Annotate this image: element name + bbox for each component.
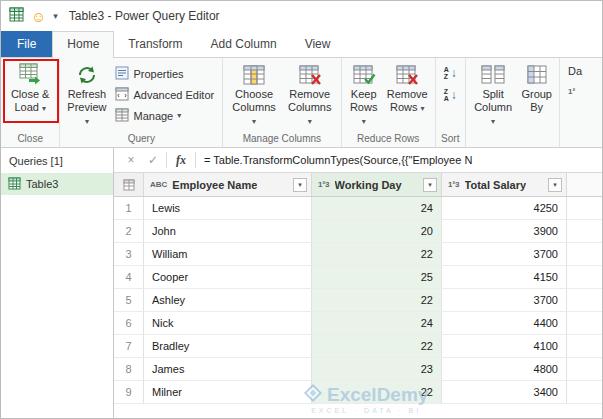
table-row: 2John203900 (114, 220, 602, 243)
row-number[interactable]: 9 (114, 381, 144, 403)
properties-button[interactable]: Properties (110, 63, 219, 84)
column-name: Total Salary (465, 179, 527, 191)
select-all-corner[interactable] (114, 173, 144, 196)
query-item-table3[interactable]: Table3 (1, 173, 113, 195)
remove-rows-button[interactable]: Remove Rows ▾ (383, 60, 432, 115)
remove-columns-icon (298, 62, 322, 88)
cell-working-day[interactable]: 22 (312, 381, 442, 403)
cell-working-day[interactable]: 24 (312, 312, 442, 334)
ribbon-group-close: Close & Load ▾ Close (1, 58, 60, 147)
keep-rows-button[interactable]: Keep Rows ▾ (345, 60, 383, 128)
cell-employee-name[interactable]: William (144, 243, 312, 265)
cell-total-salary[interactable]: 3700 (442, 243, 567, 265)
row-number[interactable]: 7 (114, 335, 144, 357)
close-and-load-button[interactable]: Close & Load ▾ (7, 60, 54, 115)
filter-button[interactable]: ▾ (548, 178, 562, 192)
row-number[interactable]: 2 (114, 220, 144, 242)
filter-button[interactable]: ▾ (293, 178, 307, 192)
ribbon-group-query: Refresh Preview ▾ Properties Advanced Ed… (60, 58, 223, 147)
table-row: 6Nick244400 (114, 312, 602, 335)
cell-working-day[interactable]: 23 (312, 358, 442, 380)
row-number[interactable]: 4 (114, 266, 144, 288)
cell-empty (567, 335, 602, 357)
cell-employee-name[interactable]: Ashley (144, 289, 312, 311)
tab-transform[interactable]: Transform (114, 31, 196, 57)
cancel-formula-icon[interactable]: × (120, 153, 142, 167)
queries-pane: Queries [1] Table3 (1, 148, 114, 419)
cell-empty (567, 312, 602, 334)
group-label-close: Close (4, 132, 56, 147)
cell-total-salary[interactable]: 3400 (442, 381, 567, 403)
split-column-button[interactable]: Split Column ▾ (469, 60, 518, 128)
group-label-reduce-rows: Reduce Rows (345, 132, 432, 147)
cell-employee-name[interactable]: John (144, 220, 312, 242)
refresh-icon (77, 62, 97, 88)
cell-employee-name[interactable]: Milner (144, 381, 312, 403)
cell-working-day[interactable]: 22 (312, 243, 442, 265)
advanced-editor-button[interactable]: Advanced Editor (110, 84, 219, 105)
column-header-working-day[interactable]: 1²3Working Day▾ (312, 173, 442, 196)
tab-file[interactable]: File (1, 31, 52, 57)
filter-button[interactable]: ▾ (423, 178, 437, 192)
ribbon: Close & Load ▾ Close Refresh Preview ▾ P… (1, 58, 602, 148)
ribbon-group-transform: Split Column ▾ Group By (466, 58, 560, 147)
cell-employee-name[interactable]: Nick (144, 312, 312, 334)
table-row: 9Milner223400 (114, 381, 602, 404)
dropdown-caret-icon: ▾ (421, 104, 425, 113)
cell-total-salary[interactable]: 3900 (442, 220, 567, 242)
row-number[interactable]: 1 (114, 197, 144, 219)
column-header-employee-name[interactable]: ABCEmployee Name▾ (144, 173, 312, 196)
keep-rows-icon (352, 62, 376, 88)
cell-empty (567, 266, 602, 288)
feedback-smiley-icon[interactable]: ☺ (31, 9, 46, 24)
data-type-button-truncated[interactable]: Da (563, 60, 587, 81)
watermark-tagline: EXCEL · DATA · BI (304, 407, 428, 414)
ribbon-group-reduce-rows: Keep Rows ▾ Remove Rows ▾ Reduce Rows (342, 58, 436, 147)
remove-rows-icon (395, 62, 419, 88)
cell-employee-name[interactable]: Cooper (144, 266, 312, 288)
cell-total-salary[interactable]: 4400 (442, 312, 567, 334)
grid-body: 1Lewis2442502John2039003William2237004Co… (114, 197, 602, 404)
tab-view[interactable]: View (291, 31, 345, 57)
cell-total-salary[interactable]: 4250 (442, 197, 567, 219)
commit-formula-icon[interactable]: ✓ (142, 153, 164, 167)
ribbon-tabs: File Home Transform Add Column View (1, 31, 602, 58)
ribbon-group-truncated: Da 1² (560, 58, 602, 147)
cell-working-day[interactable]: 22 (312, 335, 442, 357)
column-header-total-salary[interactable]: 1²3Total Salary▾ (442, 173, 567, 196)
dropdown-caret-icon: ▾ (362, 117, 366, 126)
cell-employee-name[interactable]: Bradley (144, 335, 312, 357)
manage-icon (115, 108, 129, 124)
cell-employee-name[interactable]: James (144, 358, 312, 380)
group-by-button[interactable]: Group By (517, 60, 556, 114)
cell-total-salary[interactable]: 4800 (442, 358, 567, 380)
cell-working-day[interactable]: 25 (312, 266, 442, 288)
cell-working-day[interactable]: 22 (312, 289, 442, 311)
row-number[interactable]: 8 (114, 358, 144, 380)
table-row: 7Bradley224100 (114, 335, 602, 358)
sort-za-icon: ZA (444, 88, 449, 102)
formula-input[interactable]: = Table.TransformColumnTypes(Source,{{"E… (198, 154, 602, 166)
cell-working-day[interactable]: 20 (312, 220, 442, 242)
manage-button[interactable]: Manage ▾ (110, 105, 219, 126)
sort-ascending-button[interactable]: AZ ↓ (439, 62, 462, 84)
cell-empty (567, 289, 602, 311)
tab-add-column[interactable]: Add Column (197, 31, 291, 57)
refresh-preview-button[interactable]: Refresh Preview ▾ (63, 60, 110, 128)
row-number[interactable]: 3 (114, 243, 144, 265)
cell-employee-name[interactable]: Lewis (144, 197, 312, 219)
remove-columns-button[interactable]: Remove Columns ▾ (282, 60, 338, 128)
tab-home[interactable]: Home (52, 31, 114, 58)
column-type-icon: 1²3 (448, 180, 460, 189)
data-grid: ABCEmployee Name▾1²3Working Day▾1²3Total… (114, 173, 602, 419)
quick-access-caret-icon[interactable]: ▾ (53, 11, 58, 21)
cell-total-salary[interactable]: 4150 (442, 266, 567, 288)
row-number[interactable]: 5 (114, 289, 144, 311)
number-type-icon[interactable]: 1² (563, 81, 580, 102)
cell-total-salary[interactable]: 3700 (442, 289, 567, 311)
sort-descending-button[interactable]: ZA ↓ (439, 84, 462, 106)
row-number[interactable]: 6 (114, 312, 144, 334)
choose-columns-button[interactable]: Choose Columns ▾ (226, 60, 282, 128)
cell-working-day[interactable]: 24 (312, 197, 442, 219)
cell-total-salary[interactable]: 4100 (442, 335, 567, 357)
